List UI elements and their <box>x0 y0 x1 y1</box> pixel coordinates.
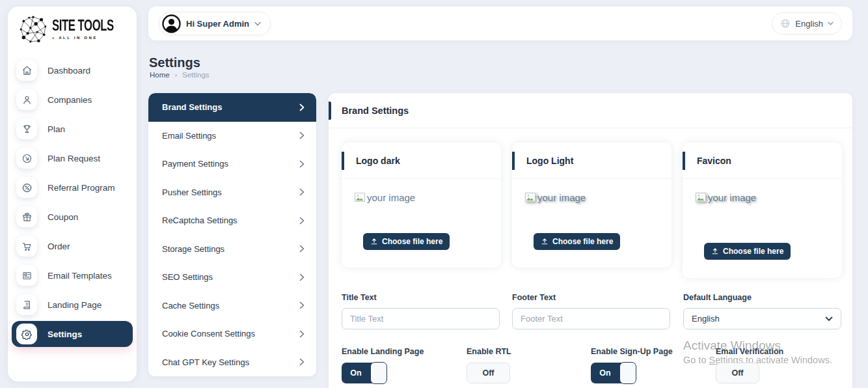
sidebar-item-plan[interactable]: Plan <box>12 116 133 142</box>
default-language-select[interactable]: English <box>683 308 841 329</box>
settings-menu-label: Brand Settings <box>162 102 222 112</box>
footer-text-field-group: Footer Text <box>512 293 671 329</box>
chevron-right-icon <box>299 160 305 168</box>
chevron-right-icon <box>299 132 305 139</box>
title-text-field-group: Title Text <box>342 293 501 329</box>
sidebar-item-dashboard[interactable]: Dashboard <box>12 57 133 83</box>
accent-bar <box>342 152 344 170</box>
card-header: Favicon <box>683 143 842 179</box>
panel-title: Brand Settings <box>342 105 409 116</box>
logo-cards: Logo dark your image Choose file here Lo… <box>342 143 842 278</box>
broken-image-icon <box>696 193 707 202</box>
settings-menu-label: Payment Settings <box>162 159 228 169</box>
email-verification-toggle[interactable]: Off <box>716 363 759 383</box>
sidebar-item-label: Companies <box>47 95 92 105</box>
chevron-down-icon <box>254 21 261 26</box>
toggle-knob <box>619 362 636 384</box>
email-verification-group: Email Verification Off <box>683 347 783 383</box>
settings-menu-label: Cache Settings <box>162 301 219 311</box>
person-icon <box>16 89 37 110</box>
logo-light-card: Logo Light your image Choose file here <box>512 143 671 268</box>
toggle-state: On <box>591 363 619 383</box>
sidebar-item-landing-page[interactable]: Landing Page <box>12 292 133 318</box>
image-alt-text: your image <box>537 192 586 203</box>
sidebar-item-coupon[interactable]: Coupon <box>12 204 133 230</box>
card-header: Logo Light <box>512 143 671 179</box>
sidebar-item-companies[interactable]: Companies <box>12 87 133 113</box>
brand-form-row: Title Text Footer Text Default Language … <box>342 293 842 332</box>
settings-menu-item-cache[interactable]: Cache Settings <box>148 292 316 320</box>
sidebar-item-label: Landing Page <box>47 300 102 310</box>
field-label: Title Text <box>342 293 501 302</box>
settings-menu-item-recaptcha[interactable]: ReCaptcha Settings <box>148 206 316 235</box>
network-sphere-icon <box>18 14 48 44</box>
breadcrumb-current: Settings <box>182 71 210 79</box>
settings-menu-item-seo[interactable]: SEO Settings <box>148 263 316 292</box>
brand-logo[interactable]: SITE TOOLS + ALL IN ONE <box>8 7 137 44</box>
choose-file-button[interactable]: Choose file here <box>704 243 791 260</box>
language-selector[interactable]: English <box>772 12 842 35</box>
layout-icon <box>16 265 37 286</box>
title-text-input[interactable] <box>342 308 500 329</box>
footer-text-input[interactable] <box>512 308 670 329</box>
enable-landing-page-toggle[interactable]: On <box>342 363 387 383</box>
settings-menu-item-cookie-consent[interactable]: Cookie Consent Settings <box>148 320 316 348</box>
brand-settings-panel: Brand Settings Logo dark your image Choo… <box>329 93 852 388</box>
gear-icon <box>16 324 37 344</box>
choose-file-button[interactable]: Choose file here <box>534 233 620 250</box>
enable-signup-page-toggle[interactable]: On <box>591 363 636 383</box>
brand-name: SITE TOOLS <box>52 17 114 33</box>
choose-file-label: Choose file here <box>723 247 783 256</box>
chevron-right-icon <box>299 273 305 281</box>
settings-menu-item-pusher[interactable]: Pusher Settings <box>148 178 316 207</box>
breadcrumb: Home › Settings <box>150 71 210 79</box>
sidebar-item-label: Plan Request <box>47 154 100 163</box>
settings-menu-item-brand[interactable]: Brand Settings <box>148 93 316 122</box>
panel-header: Brand Settings <box>329 93 852 128</box>
settings-menu-label: SEO Settings <box>162 272 213 282</box>
sidebar-item-order[interactable]: Order <box>12 233 133 259</box>
sidebar-item-plan-request[interactable]: Plan Request <box>12 145 133 171</box>
choose-file-button[interactable]: Choose file here <box>363 233 450 250</box>
percent-badge-icon <box>16 177 37 198</box>
field-label: Footer Text <box>512 293 671 302</box>
selected-language: English <box>692 314 720 324</box>
gift-icon <box>16 206 37 227</box>
chevron-down-icon <box>828 21 834 25</box>
sidebar-item-referral-program[interactable]: Referral Program <box>12 174 133 201</box>
accent-bar <box>512 152 515 170</box>
sidebar-item-label: Referral Program <box>47 183 115 193</box>
sidebar-item-label: Plan <box>47 124 65 134</box>
user-greeting: Hi Super Admin <box>186 19 249 29</box>
user-menu[interactable]: Hi Super Admin <box>159 12 271 35</box>
toggle-state: Off <box>482 368 494 378</box>
brand-tagline: + ALL IN ONE <box>52 36 122 40</box>
language-value: English <box>795 19 823 29</box>
toggle-label: Enable Landing Page <box>342 347 424 356</box>
chevron-right-icon <box>299 245 305 253</box>
home-icon <box>16 60 37 81</box>
card-title: Logo dark <box>356 156 400 166</box>
card-header: Logo dark <box>342 143 501 179</box>
settings-menu-label: Email Settings <box>162 131 216 141</box>
breadcrumb-home-link[interactable]: Home <box>150 71 170 79</box>
enable-rtl-toggle[interactable]: Off <box>467 363 510 383</box>
enable-rtl-group: Enable RTL Off <box>467 347 511 383</box>
accent-bar <box>329 102 331 120</box>
chevron-down-icon <box>825 316 833 322</box>
settings-menu-item-chatgpt-key[interactable]: Chat GPT Key Settings <box>148 348 316 377</box>
settings-menu-item-payment[interactable]: Payment Settings <box>148 150 316 178</box>
sidebar-item-email-templates[interactable]: Email Templates <box>12 262 133 288</box>
sidebar-item-settings[interactable]: Settings <box>12 321 133 347</box>
topbar: Hi Super Admin English <box>148 7 852 40</box>
document-icon <box>16 294 37 315</box>
upload-icon <box>711 247 719 255</box>
broken-image-icon <box>525 193 537 202</box>
accent-bar <box>683 152 685 170</box>
settings-menu-item-email[interactable]: Email Settings <box>148 122 316 150</box>
trophy-icon <box>16 118 37 139</box>
toggle-state: On <box>342 363 370 383</box>
settings-menu-item-storage[interactable]: Storage Settings <box>148 235 316 264</box>
settings-menu-label: Chat GPT Key Settings <box>162 357 249 367</box>
breadcrumb-separator-icon: › <box>175 72 177 79</box>
